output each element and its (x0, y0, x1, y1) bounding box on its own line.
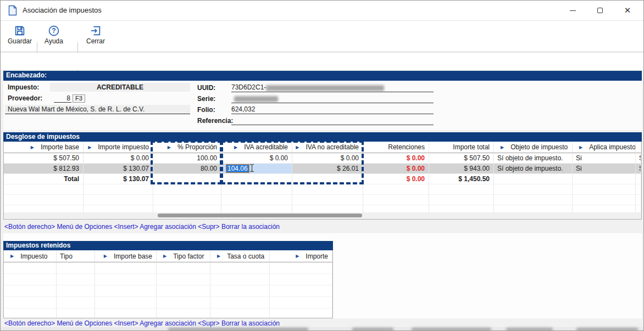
minimize-button[interactable] (560, 1, 585, 20)
table-cell[interactable]: $ 507.50 (429, 153, 494, 163)
column-header[interactable]: Tipo (57, 250, 95, 262)
empty-cell[interactable] (4, 285, 57, 296)
column-header[interactable]: ▶Importe base (95, 250, 157, 262)
table-cell[interactable]: $ 943.00 (429, 164, 494, 173)
empty-cell[interactable] (95, 285, 157, 296)
table-cell[interactable]: $ 0.00 (363, 164, 429, 173)
proveedor-code-input[interactable]: 8 (54, 94, 71, 103)
empty-cell[interactable] (636, 184, 641, 194)
empty-cell[interactable] (270, 274, 332, 285)
empty-cell[interactable] (157, 285, 210, 296)
column-header[interactable]: Retenciones (363, 142, 429, 153)
table-row[interactable]: ▶Importe base▶Importe impuesto▶% Proporc… (4, 142, 641, 153)
empty-cell[interactable] (4, 297, 57, 308)
table-row[interactable] (4, 308, 332, 318)
empty-cell[interactable] (292, 195, 363, 205)
empty-cell[interactable] (57, 285, 95, 296)
empty-cell[interactable] (57, 308, 95, 318)
column-header[interactable]: ▶Importe impuesto (84, 142, 153, 153)
empty-cell[interactable] (494, 195, 573, 205)
empty-cell[interactable] (210, 308, 270, 318)
empty-cell[interactable] (210, 262, 270, 273)
table-row[interactable]: $ 507.50$ 0.00100.00$ 0.00$ 0.00$ 0.00$ … (4, 153, 641, 164)
table-cell[interactable]: $ 507.50 (4, 153, 84, 163)
empty-cell[interactable] (95, 262, 157, 273)
empty-cell[interactable] (429, 195, 494, 205)
referencia-input[interactable] (231, 116, 434, 125)
help-button[interactable]: ? Ayuda (39, 24, 69, 50)
column-header[interactable]: ▶Tipo factor (157, 250, 210, 262)
table-cell[interactable]: Si (573, 153, 636, 163)
table-cell[interactable]: 100.00 (153, 153, 221, 163)
empty-cell[interactable] (57, 274, 95, 285)
table-cell[interactable]: $ 0.00 (84, 153, 153, 163)
empty-cell[interactable] (636, 195, 641, 205)
table-row[interactable]: ▶ImpuestoTipo▶Importe base▶Tipo factor▶T… (4, 250, 332, 262)
empty-cell[interactable] (95, 274, 157, 285)
empty-cell[interactable] (4, 262, 57, 273)
column-header[interactable]: ▶IVA acreditable (221, 142, 292, 153)
table-cell[interactable]: $ 26.01 (292, 164, 363, 173)
column-header[interactable]: ▶Importe base (4, 142, 84, 153)
table-cell[interactable]: 104.06 (221, 164, 292, 173)
column-header[interactable]: ▶Importe (270, 250, 332, 262)
table-row[interactable]: $ 812.93$ 130.0780.00104.06$ 26.01$ 0.00… (4, 164, 641, 174)
close-window-button[interactable]: Cerrar (81, 24, 110, 50)
table-cell[interactable]: $ 130.07 (84, 164, 153, 173)
table-cell[interactable]: $ 0.00 (292, 153, 363, 163)
editing-cell-value[interactable]: 104.06 (226, 164, 249, 173)
empty-cell[interactable] (270, 308, 332, 318)
column-header[interactable]: ▶Impuesto (4, 250, 57, 262)
empty-cell[interactable] (4, 308, 57, 318)
empty-cell[interactable] (494, 184, 573, 194)
empty-cell[interactable] (363, 195, 429, 205)
total-cell[interactable] (494, 174, 573, 184)
close-button[interactable]: ✕ (615, 1, 640, 20)
column-header[interactable]: Importe total (429, 142, 494, 153)
total-cell[interactable]: $ 130.07 (84, 174, 153, 184)
empty-cell[interactable] (157, 297, 210, 308)
empty-cell[interactable] (270, 297, 332, 308)
empty-cell[interactable] (95, 308, 157, 318)
proveedor-lookup-button[interactable]: F3 (73, 94, 85, 103)
column-header[interactable]: ▶Aplica impuesto (573, 142, 636, 153)
empty-cell[interactable] (84, 195, 153, 205)
empty-cell[interactable] (210, 297, 270, 308)
empty-cell[interactable] (153, 184, 221, 194)
table-cell[interactable]: S (636, 164, 641, 173)
column-header[interactable]: ▶% Proporción (153, 142, 221, 153)
table-cell[interactable]: Si (573, 164, 636, 173)
total-cell[interactable] (636, 174, 641, 184)
empty-cell[interactable] (573, 195, 636, 205)
empty-cell[interactable] (270, 262, 332, 273)
empty-cell[interactable] (84, 184, 153, 194)
table-cell[interactable]: $ 0.00 (363, 153, 429, 163)
total-cell[interactable] (221, 174, 292, 184)
empty-cell[interactable] (292, 184, 363, 194)
empty-cell[interactable] (221, 195, 292, 205)
empty-cell[interactable] (157, 308, 210, 318)
empty-cell[interactable] (57, 297, 95, 308)
save-button[interactable]: Guardar (4, 24, 36, 50)
retained-taxes-table[interactable]: ▶ImpuestoTipo▶Importe base▶Tipo factor▶T… (3, 250, 333, 318)
empty-cell[interactable] (210, 285, 270, 296)
empty-cell[interactable] (57, 262, 95, 273)
table-row[interactable] (4, 184, 641, 195)
table-row[interactable] (4, 297, 332, 308)
column-header[interactable]: ▶IVA no acreditable (292, 142, 363, 153)
column-header[interactable]: ▶Tasa o cuota (210, 250, 270, 262)
total-cell[interactable] (573, 174, 636, 184)
folio-input[interactable]: 624,032 (231, 105, 434, 114)
empty-cell[interactable] (157, 262, 210, 273)
column-header[interactable]: ▶ (636, 142, 641, 153)
maximize-button[interactable] (587, 1, 613, 20)
table-row[interactable] (4, 274, 332, 285)
column-header[interactable]: ▶Objeto de impuesto (494, 142, 573, 153)
empty-cell[interactable] (573, 184, 636, 194)
empty-cell[interactable] (270, 285, 332, 296)
total-cell[interactable] (153, 174, 221, 184)
table-cell[interactable]: S (636, 153, 641, 163)
empty-cell[interactable] (429, 184, 494, 194)
empty-cell[interactable] (153, 195, 221, 205)
table-row[interactable] (4, 195, 641, 205)
